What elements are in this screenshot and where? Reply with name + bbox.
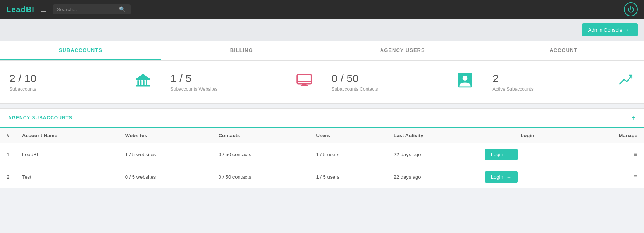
person-icon	[456, 72, 474, 92]
col-header-manage: Manage	[576, 128, 644, 143]
logo-bi: BI	[26, 5, 34, 14]
search-bar: 🔍	[53, 4, 131, 14]
cell-num-1: 1	[0, 143, 16, 166]
stats-row: 2 / 10 Subaccounts 1 / 5 Subaccounts Web…	[0, 61, 644, 104]
admin-console-button[interactable]: Admin Console ←	[582, 23, 638, 36]
login-label-1: Login	[491, 152, 503, 157]
hamburger-menu-icon[interactable]: ☰	[41, 5, 47, 14]
screen-icon	[296, 72, 313, 92]
section-header: AGENCY SUBACCOUNTS +	[0, 109, 644, 128]
tab-agency-users[interactable]: AGENCY USERS	[322, 41, 483, 60]
power-button[interactable]	[624, 2, 638, 16]
cell-login-2: Login →	[479, 166, 576, 188]
svg-rect-10	[300, 85, 307, 86]
tab-account[interactable]: ACCOUNT	[483, 41, 644, 60]
cell-contacts-2: 0 / 50 contacts	[212, 166, 310, 188]
logo-lead: Lead	[6, 5, 26, 14]
cell-login-1: Login →	[479, 143, 576, 166]
stat-active-label: Active Subaccounts	[492, 86, 533, 92]
stat-subaccounts: 2 / 10 Subaccounts	[0, 61, 161, 103]
power-icon	[627, 6, 634, 13]
manage-icon-1[interactable]: ≡	[633, 150, 637, 158]
stat-contacts-text: 0 / 50 Subaccounts Contacts	[332, 72, 378, 92]
col-header-contacts: Contacts	[212, 128, 310, 143]
agency-subaccounts-section: AGENCY SUBACCOUNTS + # Account Name Webs…	[0, 108, 644, 188]
col-header-websites: Websites	[119, 128, 212, 143]
logo: LeadBI	[6, 5, 34, 14]
cell-websites-2: 0 / 5 websites	[119, 166, 212, 188]
manage-icon-2[interactable]: ≡	[633, 173, 637, 181]
cell-last-activity-2: 22 days ago	[387, 166, 479, 188]
stat-websites-label: Subaccounts Websites	[170, 86, 218, 92]
add-subaccount-button[interactable]: +	[631, 114, 636, 122]
table-header: # Account Name Websites Contacts Users L…	[0, 128, 644, 143]
cell-num-2: 2	[0, 166, 16, 188]
col-header-last-activity: Last Activity	[387, 128, 479, 143]
cell-last-activity-1: 22 days ago	[387, 143, 479, 166]
stat-subaccounts-number: 2 / 10	[9, 72, 36, 85]
cell-manage-2: ≡	[576, 166, 644, 188]
login-button-2[interactable]: Login →	[485, 171, 518, 183]
login-arrow-icon-1: →	[506, 152, 511, 157]
svg-rect-4	[143, 80, 145, 85]
svg-rect-6	[136, 85, 150, 87]
tab-subaccounts[interactable]: SUBACCOUNTS	[0, 41, 161, 60]
cell-account-name-1: LeadBI	[16, 143, 119, 166]
svg-rect-3	[140, 80, 141, 85]
cell-account-name-2: Test	[16, 166, 119, 188]
svg-rect-2	[137, 80, 139, 85]
stat-active-text: 2 Active Subaccounts	[492, 72, 533, 92]
stat-subaccounts-text: 2 / 10 Subaccounts	[9, 72, 36, 92]
login-button-1[interactable]: Login →	[485, 149, 518, 160]
cell-contacts-1: 0 / 50 contacts	[212, 143, 310, 166]
cell-users-1: 1 / 5 users	[310, 143, 387, 166]
svg-rect-8	[297, 74, 311, 84]
table-row: 2 Test 0 / 5 websites 0 / 50 contacts 1 …	[0, 166, 644, 188]
col-header-account-name: Account Name	[16, 128, 119, 143]
tab-bar: SUBACCOUNTS BILLING AGENCY USERS ACCOUNT	[0, 41, 644, 61]
svg-point-13	[463, 76, 468, 81]
stat-contacts: 0 / 50 Subaccounts Contacts	[322, 61, 484, 103]
search-icon: 🔍	[119, 6, 126, 12]
stat-websites-text: 1 / 5 Subaccounts Websites	[170, 72, 218, 92]
stat-subaccounts-label: Subaccounts	[9, 86, 36, 92]
top-navigation: LeadBI ☰ 🔍	[0, 0, 644, 19]
stat-contacts-number: 0 / 50	[332, 72, 378, 85]
col-header-num: #	[0, 128, 16, 143]
svg-rect-1	[136, 79, 150, 80]
stat-websites: 1 / 5 Subaccounts Websites	[161, 61, 322, 103]
admin-bar: Admin Console ←	[0, 19, 644, 41]
search-input[interactable]	[57, 7, 119, 12]
svg-rect-5	[146, 80, 147, 85]
cell-users-2: 1 / 5 users	[310, 166, 387, 188]
table-row: 1 LeadBI 1 / 5 websites 0 / 50 contacts …	[0, 143, 644, 166]
cell-manage-1: ≡	[576, 143, 644, 166]
trending-icon	[618, 72, 635, 92]
col-header-login: Login	[479, 128, 576, 143]
svg-marker-7	[136, 74, 150, 79]
subaccounts-table: # Account Name Websites Contacts Users L…	[0, 128, 644, 188]
stat-contacts-label: Subaccounts Contacts	[332, 86, 378, 92]
login-arrow-icon-2: →	[506, 174, 511, 180]
stat-websites-number: 1 / 5	[170, 72, 218, 85]
table-body: 1 LeadBI 1 / 5 websites 0 / 50 contacts …	[0, 143, 644, 188]
col-header-users: Users	[310, 128, 387, 143]
bank-icon	[134, 72, 152, 92]
login-label-2: Login	[491, 174, 503, 180]
cell-websites-1: 1 / 5 websites	[119, 143, 212, 166]
section-title: AGENCY SUBACCOUNTS	[8, 115, 72, 121]
stat-active: 2 Active Subaccounts	[483, 61, 644, 103]
tab-billing[interactable]: BILLING	[161, 41, 322, 60]
admin-console-arrow-icon: ←	[625, 26, 632, 33]
stat-active-number: 2	[492, 72, 533, 85]
admin-console-label: Admin Console	[588, 27, 622, 33]
svg-rect-9	[302, 84, 306, 85]
